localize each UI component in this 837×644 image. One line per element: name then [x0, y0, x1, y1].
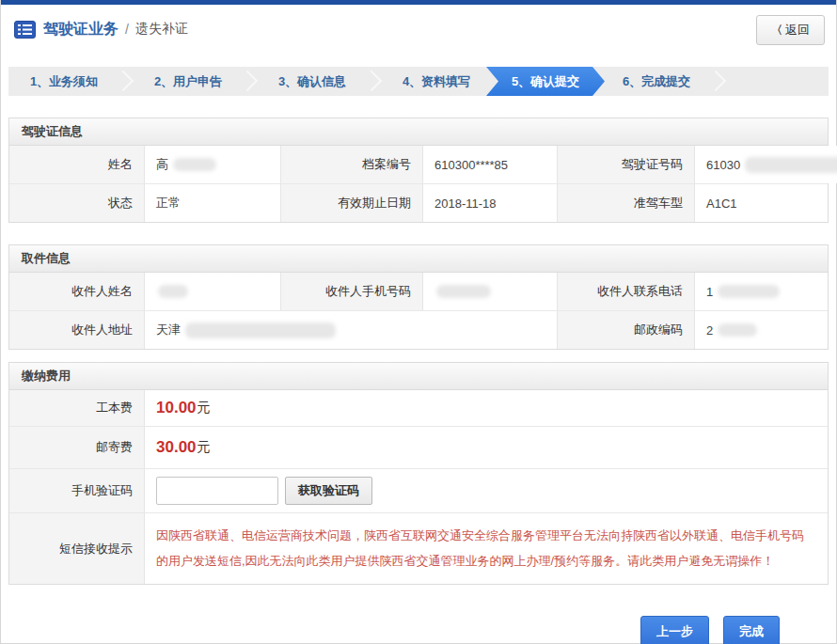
- postage-fee-value: 30.00元: [145, 427, 828, 468]
- page-header: 驾驶证业务 / 遗失补证 〈返回: [1, 5, 836, 54]
- sms-notice-cell: 因陕西省联通、电信运营商技术问题，陕西省互联网交通安全综合服务管理平台无法向持陕…: [145, 513, 828, 584]
- redacted-value: [745, 157, 837, 173]
- wizard-step-6[interactable]: 6、完成提交: [601, 67, 712, 96]
- back-button[interactable]: 〈返回: [756, 15, 825, 45]
- pickup-section-title: 取件信息: [9, 245, 828, 273]
- status-value: 正常: [145, 184, 281, 222]
- breadcrumb-current: 遗失补证: [135, 21, 188, 38]
- finish-button[interactable]: 完成: [723, 616, 780, 644]
- fee-amount: 10.00: [156, 399, 197, 417]
- page-title: 驾驶证业务: [43, 20, 118, 39]
- sms-code-field: 获取验证码: [145, 469, 828, 512]
- postage-fee-label: 邮寄费: [9, 427, 145, 468]
- fee-unit: 元: [197, 439, 211, 456]
- fees-section: 缴纳费用 工本费 10.00元 邮寄费 30.00元 手机验证码 获取验证码 短…: [8, 362, 829, 585]
- pickup-info-section: 取件信息 收件人姓名 收件人手机号码 收件人联系电话 1 收件人地址 天津 邮政…: [8, 244, 829, 350]
- chevron-right-icon: [712, 67, 725, 96]
- fee-amount: 30.00: [156, 438, 197, 457]
- redacted-value: [436, 285, 491, 298]
- table-row: 状态 正常 有效期止日期 2018-11-18 准驾车型 A1C1: [9, 183, 828, 222]
- step-wizard: 1、业务须知 2、用户申告 3、确认信息 4、资料填写 5、确认提交 6、完成提…: [8, 67, 829, 96]
- recipient-name-label: 收件人姓名: [9, 273, 145, 310]
- chevron-right-icon: [244, 67, 257, 96]
- wizard-filler: [725, 67, 829, 96]
- recipient-address-value: 天津: [145, 311, 558, 349]
- content: 1、业务须知 2、用户申告 3、确认信息 4、资料填写 5、确认提交 6、完成提…: [1, 67, 836, 644]
- redacted-value: [185, 322, 336, 338]
- redacted-value: [718, 323, 757, 337]
- table-row: 邮寄费 30.00元: [9, 426, 828, 468]
- footer-actions: 上一步 完成: [8, 616, 829, 644]
- postal-code-value: 2: [695, 311, 828, 349]
- production-fee-label: 工本费: [9, 390, 145, 426]
- recipient-address-label: 收件人地址: [9, 311, 145, 349]
- wizard-step-3[interactable]: 3、确认信息: [257, 67, 368, 96]
- valid-until-label: 有效期止日期: [281, 184, 423, 222]
- table-row: 手机验证码 获取验证码: [9, 468, 828, 512]
- table-row: 短信接收提示 因陕西省联通、电信运营商技术问题，陕西省互联网交通安全综合服务管理…: [9, 512, 828, 584]
- sms-code-input[interactable]: [156, 477, 278, 505]
- redacted-value: [158, 285, 188, 298]
- production-fee-value: 10.00元: [145, 390, 828, 426]
- recipient-name-value: [145, 273, 281, 310]
- fee-unit: 元: [197, 400, 211, 416]
- status-label: 状态: [9, 184, 145, 222]
- table-row: 收件人地址 天津 邮政编码 2: [9, 310, 828, 349]
- table-row: 工本费 10.00元: [9, 390, 828, 426]
- fees-section-title: 缴纳费用: [9, 363, 828, 390]
- name-label: 姓名: [9, 146, 145, 183]
- table-row: 姓名 高 档案编号 610300****85 驾驶证号码 61030: [9, 146, 828, 183]
- page: 驾驶证业务 / 遗失补证 〈返回 1、业务须知 2、用户申告 3、确认信息 4、…: [0, 0, 837, 644]
- license-section-title: 驾驶证信息: [9, 118, 828, 146]
- recipient-tel-label: 收件人联系电话: [558, 273, 695, 310]
- file-no-label: 档案编号: [281, 146, 423, 183]
- sms-notice-label: 短信接收提示: [9, 513, 145, 584]
- previous-step-button[interactable]: 上一步: [640, 616, 709, 644]
- valid-until-value: 2018-11-18: [423, 184, 558, 222]
- sms-notice-text: 因陕西省联通、电信运营商技术问题，陕西省互联网交通安全综合服务管理平台无法向持陕…: [156, 524, 814, 573]
- recipient-mobile-label: 收件人手机号码: [281, 273, 423, 310]
- redacted-value: [173, 158, 216, 171]
- chevron-left-icon: 〈: [771, 24, 782, 37]
- get-sms-code-button[interactable]: 获取验证码: [285, 477, 372, 505]
- vehicle-class-label: 准驾车型: [558, 184, 695, 222]
- back-button-label: 返回: [785, 23, 810, 37]
- table-row: 收件人姓名 收件人手机号码 收件人联系电话 1: [9, 273, 828, 310]
- redacted-value: [718, 285, 780, 298]
- wizard-step-2[interactable]: 2、用户申告: [133, 67, 244, 96]
- wizard-step-1[interactable]: 1、业务须知: [8, 67, 119, 96]
- list-icon: [14, 21, 36, 39]
- breadcrumb-separator: /: [125, 22, 129, 37]
- license-no-label: 驾驶证号码: [558, 146, 695, 183]
- postal-code-label: 邮政编码: [558, 311, 695, 349]
- license-no-value: 61030: [695, 146, 837, 183]
- vehicle-class-value: A1C1: [695, 184, 828, 222]
- chevron-right-icon: [119, 67, 133, 96]
- wizard-step-5-active[interactable]: 5、确认提交: [486, 67, 605, 96]
- recipient-mobile-value: [423, 273, 558, 310]
- wizard-step-4[interactable]: 4、资料填写: [381, 67, 492, 96]
- file-no-value: 610300****85: [423, 146, 558, 183]
- name-value: 高: [145, 146, 281, 183]
- chevron-right-icon: [368, 67, 381, 96]
- recipient-tel-value: 1: [695, 273, 828, 310]
- sms-code-label: 手机验证码: [9, 469, 145, 512]
- license-info-section: 驾驶证信息 姓名 高 档案编号 610300****85 驾驶证号码 61030…: [8, 118, 829, 223]
